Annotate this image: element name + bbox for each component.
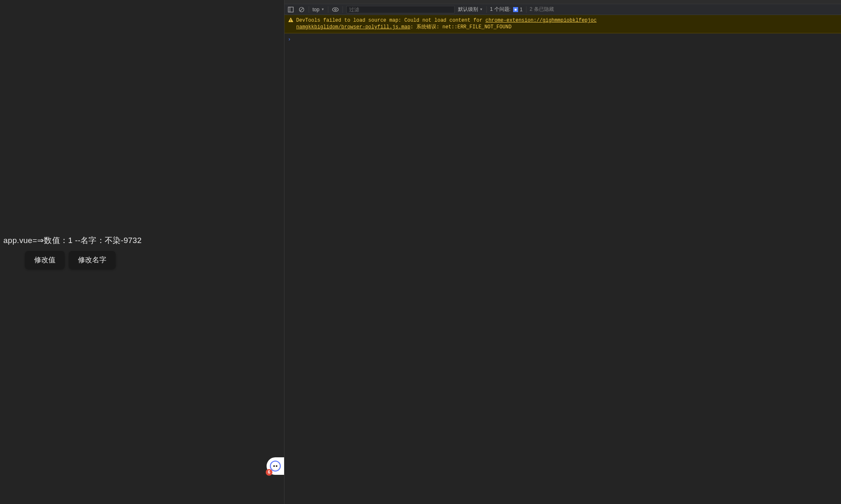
modify-value-button[interactable]: 修改值 <box>25 251 65 269</box>
issues-summary[interactable]: 1 个问题: ■ 1 <box>490 6 523 13</box>
devtools-tabstrip[interactable] <box>285 0 841 4</box>
warning-url-part2[interactable]: namgkkbiglidom/browser-polyfill.js.map <box>296 24 410 30</box>
warning-prefix: DevTools failed to load source map: Coul… <box>296 18 486 23</box>
issues-count: 1 <box>520 7 523 13</box>
svg-rect-0 <box>288 7 293 12</box>
svg-point-4 <box>332 8 338 11</box>
svg-rect-6 <box>290 19 291 21</box>
console-prompt-icon: › <box>288 37 291 43</box>
console-body[interactable]: › <box>285 33 841 504</box>
warning-icon <box>288 17 294 23</box>
toggle-sidebar-icon[interactable] <box>287 6 295 13</box>
log-level-label: 默认级别 <box>458 6 478 13</box>
log-level-select[interactable]: 默认级别 ▼ <box>458 6 483 13</box>
svg-line-3 <box>300 8 303 11</box>
button-row: 修改值 修改名字 <box>3 251 116 269</box>
app-viewport: app.vue=⇒数值：1 --名字：不染-9732 修改值 修改名字 6 <box>0 0 284 504</box>
toolbar-separator <box>526 6 526 13</box>
toolbar-separator <box>309 6 309 13</box>
context-label: top <box>312 7 320 13</box>
toolbar-separator <box>342 6 343 13</box>
modify-name-button[interactable]: 修改名字 <box>69 251 116 269</box>
chevron-down-icon: ▼ <box>321 8 325 11</box>
chevron-down-icon: ▼ <box>480 8 483 11</box>
console-toolbar: top ▼ 默认级别 ▼ 1 个问题: ■ 1 2 条已隐藏 <box>285 4 841 15</box>
devtools-pane: top ▼ 默认级别 ▼ 1 个问题: ■ 1 2 条已隐藏 DevTools … <box>284 0 841 504</box>
toolbar-separator <box>486 6 487 13</box>
toolbar-separator <box>328 6 328 13</box>
svg-point-5 <box>335 9 336 10</box>
svg-rect-7 <box>290 21 291 21</box>
app-text-line: app.vue=⇒数值：1 --名字：不染-9732 <box>3 235 142 246</box>
context-select[interactable]: top ▼ <box>312 7 325 13</box>
console-warning-row: DevTools failed to load source map: Coul… <box>285 15 841 33</box>
clear-console-icon[interactable] <box>298 6 305 13</box>
live-expression-icon[interactable] <box>332 6 339 13</box>
issues-badge: ■ 1 <box>513 7 523 13</box>
warning-url-part1[interactable]: chrome-extension://gighmmpiobklfepjoc <box>486 18 597 23</box>
warning-suffix: : 系统错误: net::ERR_FILE_NOT_FOUND <box>410 24 511 30</box>
assistant-widget[interactable]: 6 <box>267 457 284 475</box>
issue-count-icon: ■ <box>513 7 518 12</box>
assistant-badge: 6 <box>266 469 272 476</box>
filter-input[interactable] <box>346 6 455 13</box>
issues-label: 1 个问题: <box>490 6 511 13</box>
hidden-messages-label[interactable]: 2 条已隐藏 <box>530 6 554 13</box>
